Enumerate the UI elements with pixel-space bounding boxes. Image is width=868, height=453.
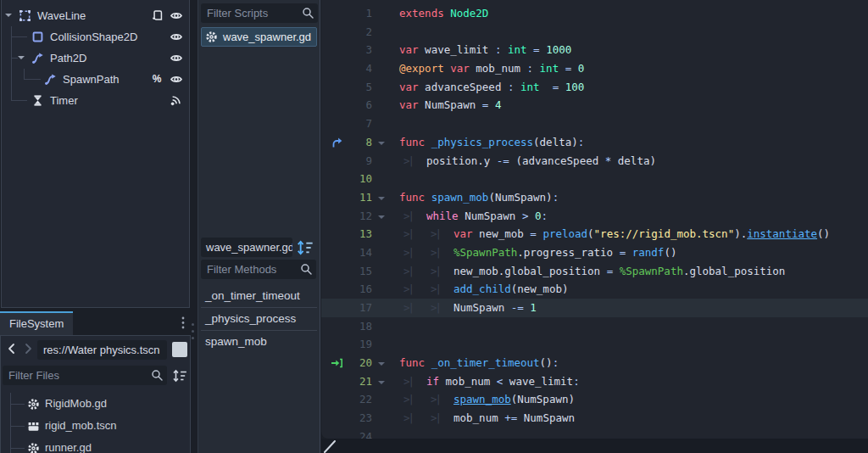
line-number[interactable]: 14 bbox=[343, 243, 372, 262]
attached-script-icon[interactable] bbox=[150, 9, 164, 22]
line-number[interactable]: 20 bbox=[343, 354, 372, 372]
line-number[interactable]: 6 bbox=[343, 96, 372, 115]
current-script-chip[interactable]: wave_spawner.gd bbox=[201, 238, 292, 257]
line-number[interactable]: 19 bbox=[343, 335, 372, 354]
line-number[interactable]: 21 bbox=[343, 372, 372, 391]
code-line-4[interactable]: 4@export var mob_num : int = 0 bbox=[321, 59, 868, 78]
code-line-22[interactable]: 22>|>|spawn_mob(NumSpawn) bbox=[321, 390, 868, 409]
code-line-18[interactable]: 18 bbox=[321, 317, 868, 336]
line-number[interactable]: 22 bbox=[343, 390, 372, 409]
fold-arrow-icon[interactable] bbox=[372, 354, 391, 372]
fold-arrow-icon[interactable] bbox=[372, 372, 391, 391]
chevron-down-icon[interactable] bbox=[5, 14, 12, 17]
nav-back-button[interactable] bbox=[6, 343, 18, 355]
code-line-20[interactable]: 20func _on_timer_timeout(): bbox=[321, 354, 868, 372]
line-number[interactable]: 16 bbox=[343, 280, 372, 299]
visibility-eye-icon[interactable] bbox=[170, 73, 183, 86]
code-line-23[interactable]: 23>|>|mob_num += NumSpawn bbox=[321, 409, 868, 428]
gutter-space bbox=[321, 96, 343, 115]
unique-name-icon[interactable]: % bbox=[150, 73, 164, 86]
code-editor[interactable]: 1extends Node2D23var wave_limit : int = … bbox=[321, 0, 868, 439]
visibility-eye-icon[interactable] bbox=[170, 31, 183, 43]
line-number[interactable]: 11 bbox=[343, 188, 372, 207]
tab-marker: >| bbox=[399, 299, 426, 317]
filter-files-input[interactable] bbox=[3, 366, 167, 385]
code-line-5[interactable]: 5var advanceSpeed : int = 100 bbox=[321, 78, 868, 97]
filter-scripts-input[interactable] bbox=[201, 3, 318, 23]
filesystem-tab[interactable]: FileSystem bbox=[0, 311, 73, 335]
code-line-8[interactable]: 8func _physics_process(delta): bbox=[321, 133, 868, 152]
sort-files-icon[interactable] bbox=[172, 368, 187, 383]
code-line-14[interactable]: 14>|>|%SpawnPath.progress_ratio = randf(… bbox=[321, 243, 868, 262]
code-line-12[interactable]: 12>|while NumSpawn > 0: bbox=[321, 207, 868, 226]
line-number[interactable]: 7 bbox=[343, 115, 372, 133]
gutter-override-icon[interactable] bbox=[321, 133, 343, 152]
scene-node-waveline[interactable]: WaveLine bbox=[2, 5, 189, 26]
code-line-10[interactable]: 10 bbox=[321, 170, 868, 188]
code-line-6[interactable]: 6var NumSpawn = 4 bbox=[321, 96, 868, 115]
line-number[interactable]: 24 bbox=[343, 428, 372, 439]
nav-forward-button[interactable] bbox=[22, 343, 34, 355]
line-number[interactable]: 9 bbox=[343, 152, 372, 171]
code-line-21[interactable]: 21>|if mob_num < wave_limit: bbox=[321, 372, 868, 391]
code-line-15[interactable]: 15>|>|new_mob.global_position = %SpawnPa… bbox=[321, 262, 868, 281]
gutter-signal-icon[interactable] bbox=[321, 354, 343, 372]
code-line-2[interactable]: 2 bbox=[321, 23, 868, 42]
tab-marker: >| bbox=[426, 225, 453, 243]
line-number[interactable]: 3 bbox=[343, 41, 372, 59]
visibility-eye-icon[interactable] bbox=[170, 52, 183, 64]
code-line-13[interactable]: 13>|>|var new_mob = preload("res://rigid… bbox=[321, 225, 868, 243]
code-text: >|while NumSpawn > 0: bbox=[391, 207, 548, 226]
line-number[interactable]: 2 bbox=[343, 23, 372, 42]
chevron-down-icon[interactable] bbox=[18, 56, 25, 59]
sort-methods-icon[interactable] bbox=[296, 239, 314, 256]
scene-node-timer[interactable]: Timer bbox=[2, 90, 189, 111]
line-number[interactable]: 4 bbox=[343, 59, 372, 78]
code-line-1[interactable]: 1extends Node2D bbox=[321, 4, 868, 23]
resize-handle-icon[interactable] bbox=[322, 439, 337, 453]
code-line-9[interactable]: 9>|position.y -= (advanceSpeed * delta) bbox=[321, 152, 868, 171]
method-item-_physics_process[interactable]: _physics_process bbox=[201, 308, 317, 331]
line-number[interactable]: 13 bbox=[343, 225, 372, 243]
code-line-19[interactable]: 19 bbox=[321, 335, 868, 354]
line-number[interactable]: 15 bbox=[343, 262, 372, 281]
signal-connection-icon[interactable] bbox=[170, 94, 183, 107]
line-number[interactable]: 18 bbox=[343, 317, 372, 336]
filesystem-split-toggle-button[interactable] bbox=[172, 342, 187, 357]
scene-node-collisionshape2d[interactable]: CollisionShape2D bbox=[2, 26, 189, 48]
filter-methods-input[interactable] bbox=[201, 260, 316, 279]
file-item-RigidMob.gd[interactable]: RigidMob.gd bbox=[1, 393, 190, 415]
code-line-24[interactable]: 24 bbox=[321, 428, 868, 439]
line-number[interactable]: 23 bbox=[343, 409, 372, 428]
fold-arrow-icon[interactable] bbox=[372, 207, 391, 226]
dock-splitter[interactable] bbox=[192, 323, 194, 345]
code-line-3[interactable]: 3var wave_limit : int = 1000 bbox=[321, 41, 868, 59]
filesystem-path-field[interactable]: res://Water physics.tscn bbox=[37, 340, 167, 360]
file-item-runner.gd[interactable]: runner.gd bbox=[1, 437, 190, 453]
visibility-eye-icon[interactable] bbox=[170, 9, 183, 22]
fold-arrow-icon[interactable] bbox=[372, 133, 391, 152]
line-number[interactable]: 1 bbox=[343, 4, 372, 23]
scene-node-spawnpath[interactable]: SpawnPath% bbox=[2, 69, 189, 90]
file-item-rigid_mob.tscn[interactable]: rigid_mob.tscn bbox=[1, 415, 190, 437]
scene-node-label: CollisionShape2D bbox=[50, 26, 137, 48]
method-item-spawn_mob[interactable]: spawn_mob bbox=[201, 331, 317, 353]
line-number[interactable]: 8 bbox=[343, 133, 372, 152]
tab-marker: >| bbox=[426, 299, 453, 317]
line-number[interactable]: 17 bbox=[343, 299, 372, 317]
gutter-space bbox=[321, 59, 343, 78]
code-line-17[interactable]: 17>|>|NumSpawn -= 1 bbox=[321, 299, 868, 317]
method-item-_on_timer_timeout[interactable]: _on_timer_timeout bbox=[201, 285, 317, 308]
code-line-16[interactable]: 16>|>|add_child(new_mob) bbox=[321, 280, 868, 299]
script-file-icon bbox=[27, 442, 40, 453]
line-number[interactable]: 12 bbox=[343, 207, 372, 226]
script-list-item-selected[interactable]: wave_spawner.gd bbox=[201, 27, 317, 47]
code-text: var NumSpawn = 4 bbox=[391, 96, 501, 115]
scene-node-path2d[interactable]: Path2D bbox=[2, 48, 189, 69]
code-line-11[interactable]: 11func spawn_mob(NumSpawn): bbox=[321, 188, 868, 207]
fold-arrow-icon[interactable] bbox=[372, 188, 391, 207]
code-line-7[interactable]: 7 bbox=[321, 115, 868, 133]
line-number[interactable]: 10 bbox=[343, 170, 372, 188]
line-number[interactable]: 5 bbox=[343, 78, 372, 97]
filesystem-menu-icon[interactable] bbox=[176, 315, 190, 332]
